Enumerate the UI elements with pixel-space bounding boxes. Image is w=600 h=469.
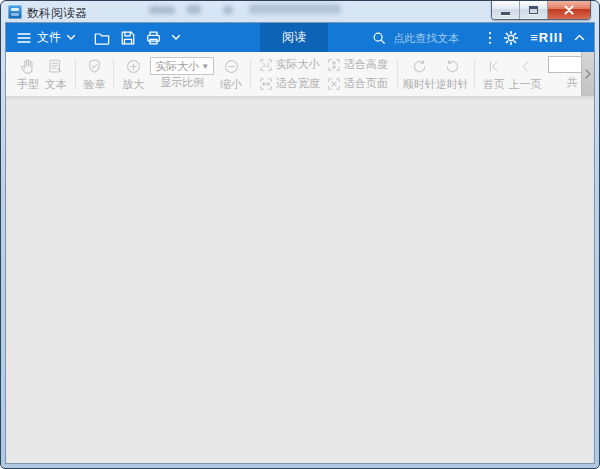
zoom-out-button[interactable]: 缩小 [217,52,245,96]
prev-page-label: 上一页 [509,78,542,91]
scale-dropdown[interactable]: 实际大小 ▼ [150,57,214,75]
divider [113,59,114,89]
rotate-ccw-icon [443,56,462,77]
first-page-button[interactable]: 首页 [480,52,509,96]
rotate-clockwise-button[interactable]: 顺时针 [403,52,436,96]
more-tools-button[interactable] [171,34,181,41]
zoom-out-label: 缩小 [220,78,242,91]
open-file-button[interactable] [93,30,111,46]
divider [474,59,475,89]
minus-circle-icon [222,56,241,77]
zoom-in-button[interactable]: 放大 [119,52,147,96]
hand-tool-button[interactable]: 手型 [14,52,42,96]
hamburger-menu-icon [16,31,32,45]
glass-reflection [149,6,175,14]
fit-width-label: 适合宽度 [276,76,320,91]
gear-icon [503,30,519,46]
fit-group-2: 适合高度 适合页面 [328,52,388,96]
text-select-icon [46,56,65,77]
main-toolbar: 文件 阅读 [6,23,594,52]
file-menu-label: 文件 [37,29,61,46]
fit-height-icon [328,59,340,71]
fit-page-button[interactable]: 适合页面 [328,76,388,91]
more-options-button[interactable] [488,31,492,45]
fit-height-button[interactable]: 适合高度 [328,57,388,72]
text-tool-button[interactable]: 文本 [42,52,70,96]
fit-width-button[interactable]: 适合宽度 [260,76,320,91]
svg-text:1:1: 1:1 [262,61,269,67]
dots-vertical-icon [488,31,492,45]
toolbar-right-group: ≡RIII [372,30,594,46]
divider [75,59,76,89]
toolbar-left-group: 文件 [6,29,181,46]
hand-icon [18,56,38,77]
rotate-counterclockwise-button[interactable]: 逆时针 [436,52,469,96]
collapse-toolbar-button[interactable] [574,34,585,41]
printer-icon [145,30,162,46]
rotate-cw-icon [410,56,429,77]
hand-tool-label: 手型 [17,78,39,91]
rotate-ccw-label: 逆时针 [436,78,469,91]
rotate-cw-label: 顺时针 [403,78,436,91]
fit-page-label: 适合页面 [344,76,388,91]
search-box[interactable] [372,31,477,45]
maximize-button[interactable] [520,1,548,19]
folder-icon [93,30,111,46]
divider [250,59,251,89]
scale-group-label: 显示比例 [160,76,204,89]
shield-check-icon [85,56,104,77]
document-viewport [6,97,594,463]
minimize-icon [501,12,510,15]
plus-circle-icon [124,56,143,77]
chevron-right-icon [585,69,591,79]
zoom-in-label: 放大 [122,78,144,91]
tool-ribbon: 手型 文本 验章 放大 [6,52,594,97]
fit-actual-button[interactable]: 1:1 实际大小 [260,57,320,72]
fit-page-icon [328,78,340,90]
first-page-icon [485,56,502,77]
fit-height-label: 适合高度 [344,57,388,72]
client-area: 文件 阅读 [5,22,595,464]
close-button[interactable] [548,1,590,19]
file-menu-button[interactable]: 文件 [16,29,76,46]
actual-size-icon: 1:1 [260,59,272,71]
glass-reflection [187,5,201,14]
print-button[interactable] [145,30,162,46]
window-controls [491,1,591,20]
divider [397,59,398,89]
display-scale-group: 实际大小 ▼ 显示比例 [150,52,214,96]
fit-actual-label: 实际大小 [276,57,320,72]
app-icon [8,5,22,19]
dropdown-caret-icon: ▼ [201,62,209,71]
maximize-icon [529,6,538,14]
chevron-left-icon [517,56,534,77]
close-icon [564,5,574,15]
verify-stamp-button[interactable]: 验章 [81,52,109,96]
chevron-up-icon [574,34,585,41]
save-icon [120,30,136,46]
search-icon [372,31,386,45]
glass-reflection [249,4,341,14]
ribbon-overflow-button[interactable] [581,52,594,96]
tab-read[interactable]: 阅读 [260,23,328,52]
first-page-label: 首页 [483,78,505,91]
save-button[interactable] [120,30,136,46]
fit-width-icon [260,78,272,90]
minimize-button[interactable] [492,1,520,19]
titlebar: 数科阅读器 [1,1,599,22]
window-title: 数科阅读器 [27,5,87,22]
verify-stamp-label: 验章 [83,78,105,91]
scale-dropdown-value: 实际大小 [155,59,199,74]
brand-logo: ≡RIII [530,30,563,45]
app-window: 数科阅读器 文件 [0,0,600,469]
fit-group-1: 1:1 实际大小 适合宽度 [260,52,320,96]
search-input[interactable] [391,31,477,45]
text-tool-label: 文本 [45,78,67,91]
prev-page-button[interactable]: 上一页 [508,52,542,96]
chevron-down-icon [66,34,76,41]
settings-button[interactable] [503,30,519,46]
glass-reflection [223,6,233,14]
chevron-down-icon [171,34,181,41]
